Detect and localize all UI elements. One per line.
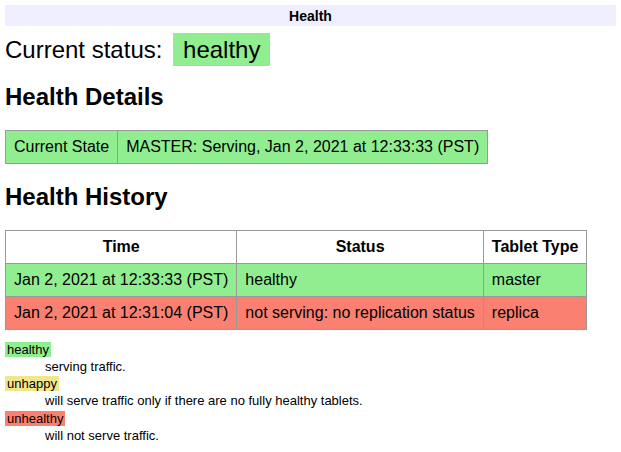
current-status-label: Current status:: [5, 36, 162, 63]
legend-description: will serve traffic only if there are no …: [45, 392, 616, 409]
legend-description: serving traffic.: [45, 358, 616, 375]
current-state-label: Current State: [6, 131, 118, 164]
table-row: Jan 2, 2021 at 12:31:04 (PST) not servin…: [6, 297, 587, 330]
page-title: Health: [5, 5, 616, 26]
legend-term-unhealthy: unhealthy: [5, 411, 65, 426]
history-tablet-type-cell: replica: [483, 297, 587, 330]
legend-term-healthy: healthy: [5, 342, 51, 357]
history-time-cell: Jan 2, 2021 at 12:31:04 (PST): [6, 297, 237, 330]
health-details-heading: Health Details: [5, 83, 616, 111]
legend-description: will not serve traffic.: [45, 427, 616, 444]
legend-term-unhappy: unhappy: [5, 376, 59, 391]
table-row: Jan 2, 2021 at 12:33:33 (PST) healthy ma…: [6, 264, 587, 297]
table-header-row: Time Status Tablet Type: [6, 231, 587, 264]
current-status-line: Current status: healthy: [5, 36, 616, 64]
history-tablet-type-cell: master: [483, 264, 587, 297]
history-time-cell: Jan 2, 2021 at 12:33:33 (PST): [6, 264, 237, 297]
health-history-table: Time Status Tablet Type Jan 2, 2021 at 1…: [5, 230, 587, 330]
health-details-table: Current State MASTER: Serving, Jan 2, 20…: [5, 130, 488, 164]
health-history-heading: Health History: [5, 183, 616, 211]
history-status-cell: not serving: no replication status: [237, 297, 483, 330]
current-state-row: Current State MASTER: Serving, Jan 2, 20…: [6, 131, 488, 164]
column-header-status: Status: [237, 231, 483, 264]
legend-term: unhealthy: [5, 410, 616, 427]
legend-term: healthy: [5, 341, 616, 358]
column-header-time: Time: [6, 231, 237, 264]
history-status-cell: healthy: [237, 264, 483, 297]
status-legend: healthy serving traffic. unhappy will se…: [5, 341, 616, 444]
column-header-tablet-type: Tablet Type: [483, 231, 587, 264]
current-status-badge: healthy: [173, 33, 270, 66]
current-state-value: MASTER: Serving, Jan 2, 2021 at 12:33:33…: [118, 131, 488, 164]
legend-term: unhappy: [5, 375, 616, 392]
